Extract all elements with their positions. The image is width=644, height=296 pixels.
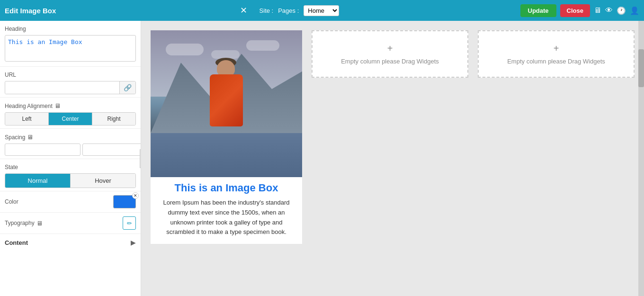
url-section: URL 🔗 — [0, 67, 141, 98]
empty-col-2-text: Empty column please Drag Widgets — [507, 58, 605, 65]
color-row: Color ✕ — [0, 191, 141, 213]
alignment-buttons: Left Center Right — [5, 112, 136, 126]
state-label: State — [5, 164, 136, 170]
eye-icon[interactable]: 👁 — [605, 6, 613, 15]
align-left-button[interactable]: Left — [5, 113, 49, 125]
empty-col-2-plus: + — [554, 43, 559, 54]
state-hover-button[interactable]: Hover — [71, 174, 135, 188]
monitor-small-icon: 🖥 — [54, 102, 61, 109]
url-label: URL — [5, 72, 136, 78]
topbar-title: Edit Image Box — [5, 7, 56, 15]
heading-label: Heading — [5, 26, 136, 32]
desktop-icon[interactable]: 🖥 — [594, 6, 601, 15]
align-center-button[interactable]: Center — [49, 113, 92, 125]
image-box-image — [151, 30, 302, 177]
state-section: State Normal Hover — [0, 159, 141, 191]
color-close-button[interactable]: ✕ — [132, 192, 139, 199]
main-layout: Heading This is an Image Box URL 🔗 Headi… — [0, 21, 644, 296]
spacing-inputs: 🔗 — [5, 144, 136, 156]
user-icon[interactable]: 👤 — [630, 6, 639, 15]
empty-col-1[interactable]: + Empty column please Drag Widgets — [312, 30, 468, 78]
typography-row: Typography 🖥 ✏ — [0, 213, 141, 234]
person-backpack — [210, 74, 243, 126]
heading-section: Heading This is an Image Box — [0, 21, 141, 67]
pages-label: Pages : — [278, 7, 299, 14]
right-content: This is an Image Box Lorem Ipsum has bee… — [141, 21, 644, 296]
image-box-text: Lorem Ipsum has been the industry's stan… — [157, 198, 295, 237]
link-icon: 🔗 — [119, 81, 135, 94]
empty-col-1-plus: + — [387, 43, 393, 54]
content-expand-icon: ▶ — [131, 239, 136, 246]
image-box-widget: This is an Image Box Lorem Ipsum has bee… — [151, 30, 302, 244]
empty-col-1-text: Empty column please Drag Widgets — [341, 58, 439, 65]
update-button[interactable]: Update — [520, 4, 556, 17]
empty-columns-row: + Empty column please Drag Widgets + Emp… — [312, 30, 635, 78]
url-input[interactable] — [5, 82, 119, 94]
pages-dropdown[interactable]: Home About Contact — [304, 5, 339, 16]
url-input-row: 🔗 — [5, 81, 136, 94]
heading-textarea[interactable]: This is an Image Box — [5, 35, 136, 62]
history-icon[interactable]: 🕐 — [617, 6, 626, 15]
typography-monitor-icon: 🖥 — [36, 220, 43, 227]
content-section[interactable]: Content ▶ — [0, 234, 141, 251]
person — [205, 60, 248, 136]
spacing-input-2[interactable] — [82, 144, 141, 156]
state-normal-button[interactable]: Normal — [5, 174, 71, 188]
topbar-actions: Update Close 🖥 👁 🕐 👤 — [520, 4, 639, 17]
canvas-area: This is an Image Box Lorem Ipsum has bee… — [141, 21, 644, 253]
water — [151, 133, 302, 177]
cloud-3 — [246, 40, 279, 51]
alignment-section: Heading Alignment 🖥 Left Center Right — [0, 98, 141, 129]
content-label: Content — [5, 239, 28, 246]
close-button[interactable]: Close — [560, 4, 590, 17]
scene — [151, 30, 302, 177]
left-panel: Heading This is an Image Box URL 🔗 Headi… — [0, 21, 141, 296]
typography-edit-button[interactable]: ✏ — [123, 216, 136, 230]
image-box-content: This is an Image Box Lorem Ipsum has bee… — [151, 177, 302, 244]
align-right-button[interactable]: Right — [92, 113, 135, 125]
spacing-monitor-icon: 🖥 — [27, 134, 33, 141]
color-label: Color — [5, 198, 18, 205]
cloud-1 — [166, 44, 204, 55]
site-label: Site : — [259, 7, 274, 14]
empty-col-2[interactable]: + Empty column please Drag Widgets — [478, 30, 635, 78]
cloud-2 — [211, 50, 240, 59]
alignment-label: Heading Alignment 🖥 — [5, 102, 136, 109]
right-scrollbar[interactable] — [638, 21, 644, 296]
image-box-heading: This is an Image Box — [157, 182, 295, 194]
scrollbar-thumb[interactable] — [638, 49, 644, 87]
spacing-label: Spacing 🖥 — [5, 134, 136, 141]
spacing-section: Spacing 🖥 🔗 — [0, 129, 141, 159]
close-panel-button[interactable]: ✕ — [237, 5, 250, 16]
typography-label: Typography 🖥 — [5, 220, 43, 227]
state-buttons: Normal Hover — [5, 173, 136, 188]
color-swatch-container: ✕ — [113, 195, 136, 208]
spacing-input-1[interactable] — [5, 144, 80, 156]
empty-columns-container: + Empty column please Drag Widgets + Emp… — [312, 30, 635, 78]
topbar: Edit Image Box ✕ Site : Pages : Home Abo… — [0, 0, 644, 21]
